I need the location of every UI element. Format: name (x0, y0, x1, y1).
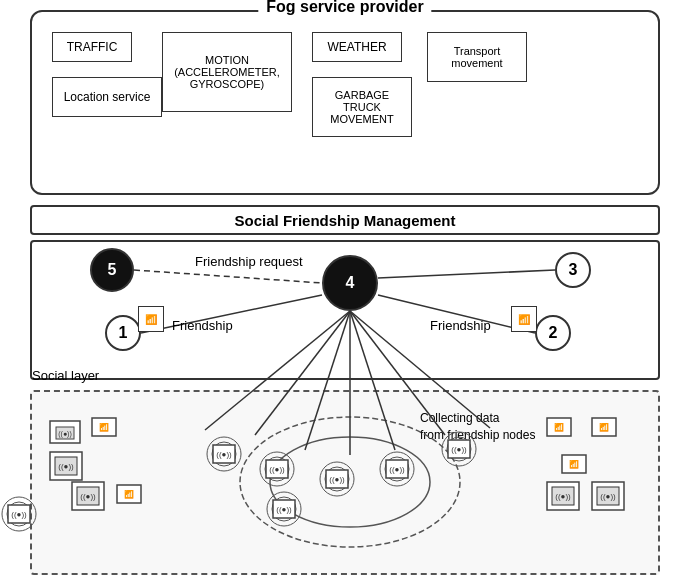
node-2-label: 2 (549, 324, 558, 342)
weather-label: WEATHER (327, 40, 386, 54)
phy-device-4: ((●)) (70, 480, 106, 519)
traffic-box: TRAFFIC (52, 32, 132, 62)
svg-text:((●)): ((●)) (276, 505, 292, 514)
svg-text:((●)): ((●)) (600, 492, 616, 501)
node-4: 4 (322, 255, 378, 311)
phy-device-r2: 📶 (590, 413, 618, 444)
node-4-label: 4 (346, 274, 355, 292)
location-box: Location service (52, 77, 162, 117)
node-3-label: 3 (569, 261, 578, 279)
device-node2: 📶 (511, 306, 537, 332)
phy-device-r5: ((●)) (590, 480, 626, 519)
svg-text:((●)): ((●)) (11, 510, 27, 519)
phy-device-r1: 📶 (545, 413, 573, 444)
svg-text:((●)): ((●)) (389, 465, 405, 474)
svg-text:((●)): ((●)) (58, 462, 74, 471)
svg-text:📶: 📶 (554, 422, 564, 432)
phy-device-r3: 📶 (560, 450, 588, 481)
phy-device-ellipse-5: ((●)) (440, 430, 478, 471)
friendship-label-left: Friendship (172, 318, 233, 333)
node-1: 1 (105, 315, 141, 351)
fog-provider-box: Fog service provider TRAFFIC Location se… (30, 10, 660, 195)
traffic-label: TRAFFIC (67, 40, 118, 54)
friendship-label-right: Friendship (430, 318, 491, 333)
motion-label: MOTION (ACCELEROMETER, GYROSCOPE) (174, 54, 280, 90)
motion-box: MOTION (ACCELEROMETER, GYROSCOPE) (162, 32, 292, 112)
weather-box: WEATHER (312, 32, 402, 62)
svg-text:((●)): ((●)) (269, 465, 285, 474)
transport-box: Transport movement (427, 32, 527, 82)
svg-text:((●)): ((●)) (216, 450, 232, 459)
garbage-label: GARBAGE TRUCK MOVEMENT (330, 89, 394, 125)
svg-text:📶: 📶 (599, 422, 609, 432)
garbage-box: GARBAGE TRUCK MOVEMENT (312, 77, 412, 137)
svg-text:((●)): ((●)) (80, 492, 96, 501)
node-5-label: 5 (108, 261, 117, 279)
phy-device-ellipse-7: ((●)) (0, 495, 38, 536)
phy-device-1: ((●)) (48, 413, 82, 450)
social-mgmt-label: Social Friendship Management (235, 212, 456, 229)
social-mgmt-box: Social Friendship Management (30, 205, 660, 235)
fog-provider-title: Fog service provider (258, 0, 431, 16)
svg-text:((●)): ((●)) (58, 430, 72, 438)
svg-text:((●)): ((●)) (329, 475, 345, 484)
node-1-label: 1 (119, 324, 128, 342)
node-5: 5 (90, 248, 134, 292)
svg-text:📶: 📶 (99, 422, 109, 432)
svg-text:📶: 📶 (124, 489, 134, 499)
transport-label: Transport movement (451, 45, 502, 69)
phy-device-ellipse-1: ((●)) (205, 435, 243, 476)
node-2: 2 (535, 315, 571, 351)
social-layer-label: Social layer (32, 368, 99, 383)
location-label: Location service (64, 90, 151, 104)
node-3: 3 (555, 252, 591, 288)
phy-device-ellipse-2: ((●)) (258, 450, 296, 491)
phy-device-ellipse-4: ((●)) (378, 450, 416, 491)
svg-text:((●)): ((●)) (555, 492, 571, 501)
phy-device-ellipse-6: ((●)) (265, 490, 303, 531)
svg-text:((●)): ((●)) (451, 445, 467, 454)
friendship-request-label: Friendship request (195, 254, 303, 269)
phy-device-ellipse-3: ((●)) (318, 460, 356, 501)
phy-device-2: 📶 (90, 413, 118, 444)
phy-device-r4: ((●)) (545, 480, 581, 519)
phy-device-5: 📶 (115, 480, 143, 511)
device-node1: 📶 (138, 306, 164, 332)
svg-text:📶: 📶 (569, 459, 579, 469)
